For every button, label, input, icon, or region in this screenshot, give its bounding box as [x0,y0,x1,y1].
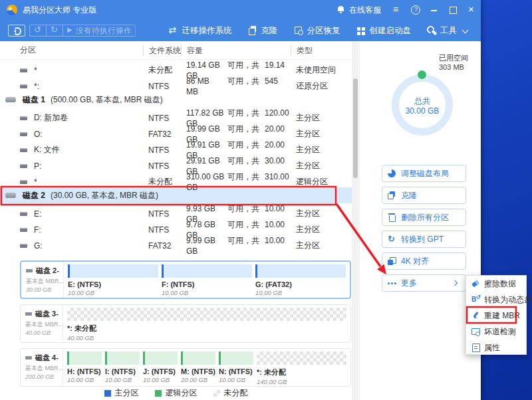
toolbar-menu-migrate[interactable]: 迁移操作系统 [161,20,240,41]
menu-item-dynamic[interactable]: 转换为动态盘 [466,292,526,308]
partition-cell[interactable]: H: (NTFS)10.00 GB [67,351,102,386]
menu-item-badsector[interactable]: 坏道检测 [466,324,526,340]
partition-cell[interactable]: M: (NTFS)20.00 GB [181,351,215,386]
sidebar-button-layout[interactable]: 调整磁盘布局 [382,165,466,182]
partition-label: *: 未分配 [257,367,346,377]
partition-label: J: (NTFS) [143,367,178,375]
partition-size: 140.00 GB [257,378,346,385]
redo-button[interactable] [46,25,63,37]
type-cell: 未使用空间 [291,64,352,76]
sidebar-button-cloneb[interactable]: 克隆 [382,187,466,204]
disk-panel-subtitle: 基本盘 MBR... [26,277,63,286]
toolbar-menu-recover[interactable]: 分区恢复 [286,20,348,41]
column-header-filesystem[interactable]: 文件系统 [143,45,181,56]
column-header-partition[interactable]: 分区 [0,45,143,56]
capacity-cell: 86 MB可用，共545 MB [181,76,291,96]
partition-size: 10.00 GB [68,289,158,296]
menu-item-erase[interactable]: 擦除数据 [466,276,526,292]
partition-size: 20.00 GB [181,376,215,383]
chevron-down-icon [461,26,470,35]
partition-cell[interactable]: *: 未分配140.00 GB [257,351,346,386]
capacity-cell: 9.99 GB可用，共10.00 GB [181,235,291,256]
toolbar-menu-tools[interactable]: 工具 [419,20,478,41]
table-row[interactable]: E:NTFS9.93 GB可用，共10.00 GB主分区 [0,203,352,219]
menu-list-button[interactable] [388,0,406,20]
legend-label: 未分配 [224,387,248,399]
sidebar-button-convert[interactable]: 转换到 GPT [382,231,466,248]
online-support-button[interactable]: 在线客服 [330,0,388,20]
partition-name-cell: D: 新加卷 [0,112,143,124]
execute-pending-button[interactable]: 没有待执行操作 [63,25,136,37]
refresh-button[interactable] [8,25,25,37]
close-button[interactable] [462,0,481,20]
table-row[interactable]: K: 文件NTFS19.91 GB可用，共20.00 GB主分区 [0,140,352,155]
partition-cell[interactable]: F: (NTFS)10.00 GB [162,264,252,298]
sidebar-actions: 调整磁盘布局克隆删除所有分区转换到 GPT4K 对齐更多 [382,165,466,292]
menu-item-mbr[interactable]: 重建 MBR [466,308,526,324]
legend-swatch-logical [155,390,162,397]
app-window: 易我分区大师 专业版 在线客服 没有待执行操作 迁移操作系统克隆分区恢复创建启动… [0,0,481,400]
table-row[interactable]: D: 新加卷NTFS117.82 GB可用，共120.00 GB主分区 [0,108,352,124]
table-row[interactable]: *未分配19.14 GB可用，共19.14 GB未使用空间 [0,60,352,76]
partition-cell[interactable]: I: (NTFS)10.00 GB [105,351,140,386]
filesystem-cell: FAT32 [143,241,181,250]
dynamic-icon [471,296,480,304]
sidebar-button-more[interactable]: 更多 [382,274,466,292]
help-button[interactable] [406,0,425,20]
capacity-free: 19.99 GB [186,124,227,134]
partition-name-cell: P: [0,161,143,171]
table-row[interactable]: P:NTFS29.91 GB可用，共30.00 GB主分区 [0,155,352,171]
partition-size: 40.00 GB [67,334,346,342]
disk-panel-name-text: 磁盘 3- [35,309,59,319]
total-label: 总共 [392,96,453,107]
menu-item-label: 坏道检测 [484,326,516,338]
minimize-button[interactable] [425,0,444,20]
sidebar-button-align4k[interactable]: 4K 对齐 [382,252,466,270]
partition-cell[interactable]: E: (NTFS)10.00 GB [68,264,158,298]
column-header-capacity[interactable]: 容量 [181,45,291,56]
partition-name: * [34,177,37,187]
used-space-dot [418,70,426,79]
partition-cell[interactable]: G: (FAT32)10.00 GB [255,264,346,298]
partition-size: 10.00 GB [105,376,140,383]
partition-label: H: (NTFS) [67,367,102,375]
partition-icon [20,178,28,186]
disk-panel[interactable]: 磁盘 3-基本盘 MBR...40.00 GB*: 未分配40.00 GB [20,304,351,343]
menu-item-properties[interactable]: 属性 [466,340,526,355]
disk-row[interactable]: 磁盘 1(500.00 GB, 基本盘, MBR 磁盘) [0,92,352,108]
disk-row[interactable]: 磁盘 2(30.00 GB, 基本盘, MBR 磁盘) [0,187,352,203]
partition-cell[interactable]: N: (NTFS)10.00 GB [219,351,253,386]
scrollbar-thumb[interactable] [353,78,358,178]
total-value: 30.00 GB [392,106,453,116]
table-row[interactable]: F:NTFS9.78 GB可用，共10.00 GB主分区 [0,219,352,235]
toolbar-menu-clonew[interactable]: 克隆 [240,20,286,41]
disk-icon [26,268,34,274]
column-header-type[interactable]: 类型 [291,45,352,56]
undo-icon [33,26,43,35]
partition-cell[interactable]: *: 未分配40.00 GB [67,308,346,342]
disk-panel[interactable]: 磁盘 4-基本盘 MBR...200.00 GBH: (NTFS)10.00 G… [20,348,351,387]
type-cell: 主分区 [291,208,352,219]
disk-panel-name: 磁盘 2- [26,266,63,276]
disk-panel-name-text: 磁盘 4- [35,353,59,363]
table-row[interactable]: *:NTFS86 MB可用，共545 MB还原分区 [0,76,352,92]
maximize-button[interactable] [444,0,462,20]
partition-name: G: [34,241,43,250]
table-row[interactable]: *未分配310.00 GB可用，共310.00 GB逻辑分区 [0,171,352,187]
capacity-free: 19.14 GB [186,60,227,70]
disk-panel-subtitle: 基本盘 MBR... [25,364,63,373]
partition-label: G: (FAT32) [255,280,346,288]
sidebar-button-delete[interactable]: 删除所有分区 [382,209,466,226]
partition-name: P: [34,161,41,171]
toolbar-menu-label: 迁移操作系统 [182,25,232,37]
table-row[interactable]: G:FAT329.99 GB可用，共10.00 GB主分区 [0,235,352,251]
disk-partitions: H: (NTFS)10.00 GBI: (NTFS)10.00 GBJ: (NT… [63,349,350,386]
partition-cell[interactable]: J: (NTFS)10.00 GB [143,351,178,386]
partition-bar-logical [105,351,140,365]
type-cell: 逻辑分区 [291,176,352,187]
undo-button[interactable] [29,25,46,37]
disk-panel[interactable]: 磁盘 2-基本盘 MBR...30.00 GBE: (NTFS)10.00 GB… [20,260,351,299]
menu-item-label: 擦除数据 [484,278,516,290]
toolbar-menu-boot[interactable]: 创建启动盘 [348,20,420,41]
table-row[interactable]: O:FAT3219.99 GB可用，共20.00 GB主分区 [0,124,352,140]
